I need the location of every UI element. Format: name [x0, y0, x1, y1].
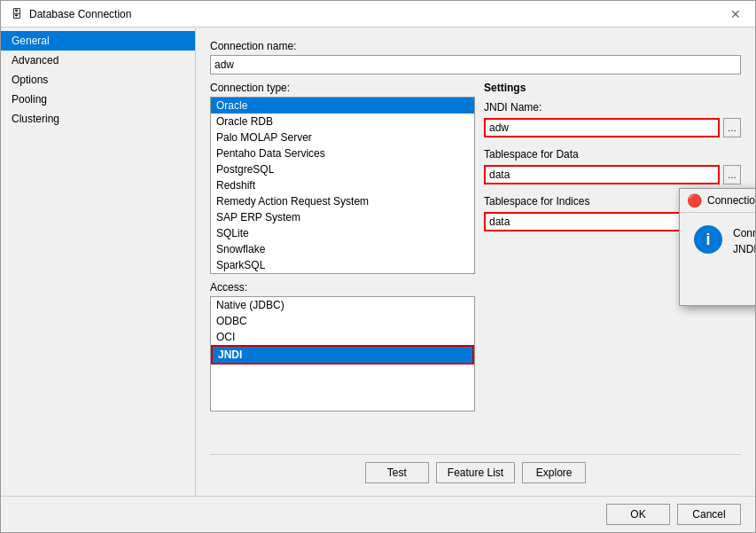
sidebar: General Advanced Options Pooling Cluster… [1, 27, 196, 496]
explore-button[interactable]: Explore [522, 462, 586, 483]
tablespace-data-label: Tablespace for Data [484, 148, 741, 161]
popup-error-icon: 🔴 [687, 193, 702, 208]
sidebar-item-advanced[interactable]: Advanced [1, 51, 195, 70]
ok-button[interactable]: OK [606, 504, 670, 525]
connection-name-input[interactable] [210, 55, 741, 74]
connection-type-section: Connection type: Oracle Oracle RDB Palo … [210, 82, 475, 274]
list-item-remedy[interactable]: Remedy Action Request System [211, 193, 474, 209]
connection-type-label: Connection type: [210, 82, 475, 94]
connection-name-section: Connection name: [210, 40, 741, 74]
list-item-sap[interactable]: SAP ERP System [211, 209, 474, 225]
dialog-footer: OK Cancel [1, 496, 755, 532]
jndi-name-label: JNDI Name: [484, 101, 741, 114]
close-button[interactable]: ✕ [725, 6, 746, 22]
sidebar-item-general[interactable]: General [1, 31, 195, 51]
database-icon: 🗄 [10, 7, 24, 21]
list-item-sqlite[interactable]: SQLite [211, 225, 474, 241]
list-item-oracle-rdb[interactable]: Oracle RDB [211, 114, 474, 129]
list-item-redshift[interactable]: Redshift [211, 177, 474, 193]
list-item-palo[interactable]: Palo MOLAP Server [211, 129, 474, 145]
access-list[interactable]: Native (JDBC) ODBC OCI JNDI [210, 296, 475, 412]
popup-line1: Connection to adw was successful. [733, 225, 755, 241]
right-panel: Settings JNDI Name: … Tablespace for Dat… [484, 82, 741, 447]
sidebar-item-options[interactable]: Options [1, 70, 195, 90]
access-section: Access: Native (JDBC) ODBC OCI JNDI [210, 281, 475, 412]
list-item-oracle[interactable]: Oracle [211, 98, 474, 114]
popup-title-text: 🔴 Connection tested successfully [687, 193, 755, 208]
access-item-jdbc[interactable]: Native (JDBC) [211, 297, 474, 313]
tablespace-data-input[interactable] [484, 165, 720, 184]
dialog-body: General Advanced Options Pooling Cluster… [1, 27, 755, 496]
tablespace-data-browse-button[interactable]: … [723, 165, 741, 184]
connection-type-settings: Connection type: Oracle Oracle RDB Palo … [210, 82, 741, 447]
list-item-sybase[interactable]: Sybase [211, 273, 474, 274]
title-bar-left: 🗄 Database Connection [10, 7, 131, 21]
list-item-sparksql[interactable]: SparkSQL [211, 257, 474, 273]
access-item-oci[interactable]: OCI [211, 329, 474, 345]
popup-title-bar: 🔴 Connection tested successfully ✕ [680, 189, 755, 213]
list-item-pentaho[interactable]: Pentaho Data Services [211, 145, 474, 161]
access-label: Access: [210, 281, 475, 294]
popup-footer: OK [680, 270, 755, 305]
info-icon: i [694, 225, 722, 254]
connection-name-label: Connection name: [210, 40, 741, 52]
list-item-snowflake[interactable]: Snowflake [211, 241, 474, 257]
sidebar-item-pooling[interactable]: Pooling [1, 90, 195, 109]
popup-title-label: Connection tested successfully [707, 194, 755, 207]
dialog-title: Database Connection [29, 8, 131, 20]
popup-message: Connection to adw was successful. JNDI N… [733, 225, 755, 257]
sidebar-item-clustering[interactable]: Clustering [1, 109, 195, 129]
title-bar: 🗄 Database Connection ✕ [1, 1, 755, 27]
database-connection-dialog: 🗄 Database Connection ✕ General Advanced… [0, 0, 756, 533]
jndi-browse-button[interactable]: … [723, 118, 741, 137]
access-item-odbc[interactable]: ODBC [211, 313, 474, 329]
feature-list-button[interactable]: Feature List [436, 462, 515, 483]
list-item-postgresql[interactable]: PostgreSQL [211, 161, 474, 177]
tablespace-data-field: Tablespace for Data … [484, 148, 741, 184]
popup-body: i Connection to adw was successful. JNDI… [680, 213, 755, 270]
popup-line2: JNDI Name: adw [733, 241, 755, 257]
tablespace-data-row: … [484, 165, 741, 184]
cancel-button[interactable]: Cancel [677, 504, 741, 525]
jndi-name-row: … [484, 118, 741, 137]
settings-heading: Settings [484, 82, 741, 94]
jndi-name-input[interactable] [484, 118, 720, 137]
test-button[interactable]: Test [365, 462, 429, 483]
bottom-action-buttons: Test Feature List Explore [210, 454, 741, 483]
jndi-name-field: JNDI Name: … [484, 101, 741, 137]
main-content: Connection name: Connection type: Oracle… [196, 27, 755, 496]
success-popup: 🔴 Connection tested successfully ✕ i Con… [679, 188, 755, 306]
access-item-jndi[interactable]: JNDI [211, 345, 474, 364]
connection-type-list[interactable]: Oracle Oracle RDB Palo MOLAP Server Pent… [210, 97, 475, 274]
left-panel: Connection type: Oracle Oracle RDB Palo … [210, 82, 475, 447]
